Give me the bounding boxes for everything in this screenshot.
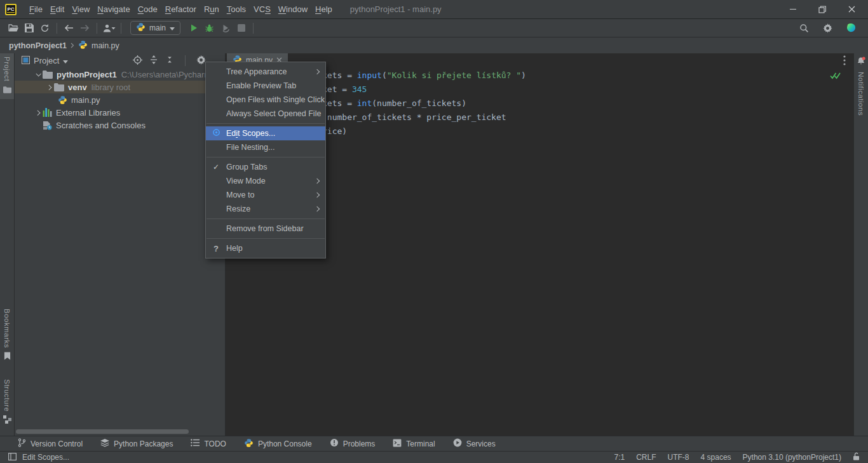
context-menu-item-label: Always Select Opened File bbox=[226, 109, 321, 118]
search-everywhere-icon[interactable] bbox=[796, 21, 812, 35]
project-panel-title[interactable]: Project bbox=[34, 56, 59, 65]
user-profile-icon[interactable] bbox=[101, 21, 117, 35]
stripe-structure-label: Structure bbox=[3, 379, 11, 412]
context-menu-item-label: Open Files with Single Click bbox=[226, 95, 325, 104]
toolwindow-button-python-console[interactable]: Python Console bbox=[244, 438, 312, 450]
restore-button[interactable] bbox=[817, 4, 827, 15]
context-menu-item-file-nesting[interactable]: File Nesting... bbox=[206, 140, 325, 154]
tree-item-pythonproject1[interactable]: pythonProject1C:\Users\aneta\PycharmProj… bbox=[15, 68, 225, 81]
menu-edit[interactable]: Edit bbox=[46, 3, 68, 16]
run-config-selector[interactable]: main bbox=[130, 21, 180, 35]
menu-run[interactable]: Run bbox=[200, 3, 223, 16]
tree-item-label: venv bbox=[68, 83, 87, 92]
tree-item-venv[interactable]: venvlibrary root bbox=[15, 81, 225, 93]
context-menu-item-view-mode[interactable]: View Mode bbox=[206, 174, 325, 188]
chevron-down-icon[interactable] bbox=[63, 56, 68, 65]
toolwindow-button-todo[interactable]: TODO bbox=[191, 439, 226, 448]
right-tool-stripe: Notifications bbox=[853, 53, 868, 436]
menu-window[interactable]: Window bbox=[275, 3, 311, 16]
stripe-tab-project[interactable]: Project bbox=[0, 53, 14, 99]
pycharm-logo-text: PC bbox=[7, 6, 14, 13]
coverage-button[interactable] bbox=[217, 21, 233, 35]
toolwindow-button-version-control[interactable]: Version Control bbox=[18, 438, 83, 449]
context-menu-item-group-tabs[interactable]: ✓Group Tabs bbox=[206, 160, 325, 174]
context-menu-item-edit-scopes[interactable]: Edit Scopes... bbox=[206, 126, 325, 140]
menu-file[interactable]: File bbox=[25, 3, 46, 16]
run-button[interactable] bbox=[186, 21, 201, 35]
horizontal-scrollbar[interactable] bbox=[16, 429, 189, 434]
menu-separator bbox=[207, 218, 325, 219]
context-menu-item-open-files-with-single-click[interactable]: Open Files with Single Click bbox=[206, 93, 325, 107]
debug-button[interactable] bbox=[201, 21, 217, 35]
context-menu-item-always-select-opened-file[interactable]: Always Select Opened File bbox=[206, 107, 325, 121]
save-all-icon[interactable] bbox=[21, 21, 37, 35]
stripe-tab-structure[interactable]: Structure bbox=[0, 376, 14, 429]
toolwindow-button-python-packages[interactable]: Python Packages bbox=[100, 439, 173, 449]
breadcrumb-project[interactable]: pythonProject1 bbox=[9, 41, 67, 50]
tree-item-scratches-and-consoles[interactable]: Scratches and Consoles bbox=[15, 119, 225, 131]
menu-vcs[interactable]: VCS bbox=[250, 3, 275, 16]
minimize-button[interactable] bbox=[788, 4, 798, 15]
sync-icon[interactable] bbox=[37, 21, 53, 35]
toolwindow-button-terminal[interactable]: Terminal bbox=[393, 439, 435, 449]
locate-file-icon[interactable] bbox=[133, 55, 142, 67]
ext-lib-icon bbox=[43, 108, 52, 117]
scratches-icon bbox=[43, 121, 52, 130]
python-icon bbox=[58, 95, 67, 105]
chevron-right-icon[interactable] bbox=[34, 111, 43, 114]
menu-view[interactable]: View bbox=[68, 3, 93, 16]
context-menu-item-move-to[interactable]: Move to bbox=[206, 188, 325, 202]
context-menu-item-remove-from-sidebar[interactable]: Remove from Sidebar bbox=[206, 222, 325, 236]
status-right: 7:1 CRLF UTF-8 4 spaces Python 3.10 (pyt… bbox=[614, 452, 860, 462]
breadcrumb-chevron-icon bbox=[71, 41, 74, 50]
indent-style[interactable]: 4 spaces bbox=[701, 453, 731, 462]
code-content[interactable]: kets = input("Kolik si přejete lístků? "… bbox=[322, 69, 526, 138]
stripe-tab-notifications[interactable]: Notifications bbox=[854, 53, 868, 119]
context-menu-item-enable-preview-tab[interactable]: Enable Preview Tab bbox=[206, 79, 325, 93]
stripe-tab-bookmarks[interactable]: Bookmarks bbox=[0, 305, 14, 366]
python-icon bbox=[244, 438, 254, 450]
python-interpreter[interactable]: Python 3.10 (pythonProject1) bbox=[743, 453, 841, 462]
tree-item-external-libraries[interactable]: External Libraries bbox=[15, 106, 225, 119]
branch-icon bbox=[18, 438, 26, 449]
inspections-ok-icon[interactable] bbox=[830, 71, 841, 83]
panel-toggle-icon[interactable] bbox=[8, 453, 17, 462]
gear-icon[interactable] bbox=[196, 55, 206, 67]
editor-options-icon[interactable] bbox=[843, 55, 846, 68]
chevron-right-icon[interactable] bbox=[45, 85, 54, 89]
expand-all-icon[interactable] bbox=[149, 55, 158, 66]
chevron-down-icon[interactable] bbox=[34, 72, 43, 76]
settings-gear-icon[interactable] bbox=[820, 21, 836, 35]
menu-refactor[interactable]: Refactor bbox=[161, 3, 200, 16]
structure-icon bbox=[3, 415, 11, 426]
line-separator[interactable]: CRLF bbox=[636, 453, 656, 462]
python-icon bbox=[136, 22, 146, 34]
back-icon[interactable] bbox=[61, 21, 77, 35]
breadcrumb-file[interactable]: main.py bbox=[92, 41, 119, 50]
stop-button[interactable] bbox=[233, 21, 249, 35]
context-menu-item-resize[interactable]: Resize bbox=[206, 202, 325, 216]
menu-help[interactable]: Help bbox=[311, 3, 336, 16]
context-menu-item-tree-appearance[interactable]: Tree Appearance bbox=[206, 65, 325, 79]
context-menu-item-help[interactable]: ?Help bbox=[206, 241, 325, 255]
toolwindow-button-services[interactable]: Services bbox=[453, 438, 496, 449]
toolbar-right bbox=[796, 21, 868, 35]
context-menu-item-label: Move to bbox=[226, 191, 254, 199]
lock-icon[interactable] bbox=[853, 452, 860, 462]
toolwindow-button-problems[interactable]: Problems bbox=[330, 438, 376, 449]
caret-position[interactable]: 7:1 bbox=[614, 453, 625, 462]
panel-divider bbox=[185, 55, 186, 66]
forward-icon[interactable] bbox=[77, 21, 93, 35]
context-menu-item-label: Group Tabs bbox=[226, 163, 267, 171]
open-folder-icon[interactable] bbox=[5, 21, 21, 35]
folder-icon bbox=[54, 83, 64, 91]
project-view-icon bbox=[22, 56, 30, 66]
gradient-logo-icon[interactable] bbox=[843, 21, 859, 35]
menu-code[interactable]: Code bbox=[134, 3, 161, 16]
menu-tools[interactable]: Tools bbox=[223, 3, 250, 16]
collapse-all-icon[interactable] bbox=[165, 55, 174, 66]
tree-item-main-py[interactable]: main.py bbox=[15, 93, 225, 106]
file-encoding[interactable]: UTF-8 bbox=[668, 453, 689, 462]
close-button[interactable] bbox=[846, 4, 857, 15]
menu-navigate[interactable]: Navigate bbox=[93, 3, 133, 16]
